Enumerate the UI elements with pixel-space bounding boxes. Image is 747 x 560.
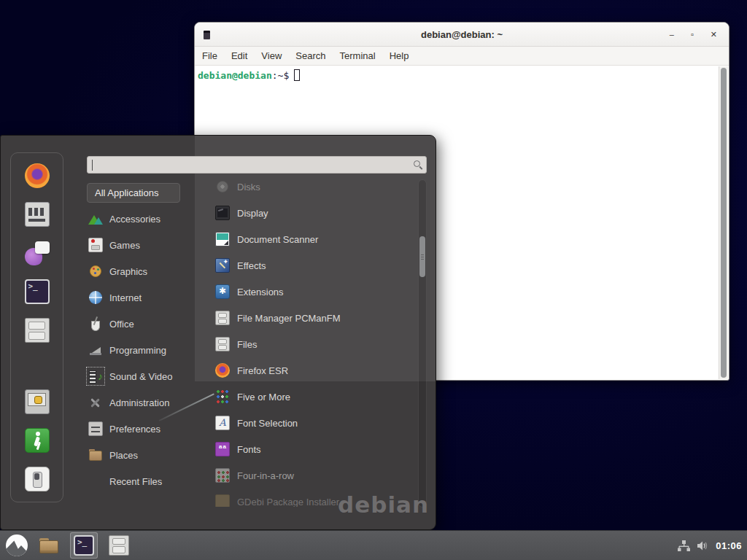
application-label: Files [237, 339, 257, 350]
terminal-menubar: File Edit View Search Terminal Help [195, 47, 729, 66]
terminal-app-icon [25, 279, 50, 304]
pidgin-icon [25, 241, 50, 265]
category-item[interactable]: Games [88, 232, 198, 258]
application-item[interactable]: File Manager PCManFM [196, 305, 415, 331]
taskbar-launchers [35, 532, 133, 559]
application-item[interactable]: Font Selection [196, 410, 415, 436]
session-shutdown[interactable] [24, 466, 50, 492]
preferences-icon [88, 421, 103, 436]
application-item[interactable]: Document Scanner [196, 226, 415, 252]
category-item[interactable]: Sound & Video [88, 363, 198, 389]
close-button[interactable]: ✕ [711, 31, 717, 39]
application-label: GDebi Package Installer [237, 497, 339, 508]
volume-icon[interactable] [697, 540, 709, 551]
menu-search-box [87, 156, 427, 174]
terminal-window-title: debian@debian: ~ [195, 29, 729, 40]
maximize-button[interactable]: ▫ [691, 31, 694, 39]
search-input[interactable] [88, 157, 426, 173]
favorite-launchers [24, 163, 50, 343]
firefox-icon [215, 363, 230, 378]
category-item[interactable]: Programming [88, 337, 198, 363]
application-item[interactable]: Extensions [196, 279, 415, 305]
terminal-app-icon [74, 535, 94, 556]
text-caret [92, 160, 93, 171]
application-list: Disks Display Document Scanner Effects E… [196, 174, 415, 507]
file-cabinet-icon [25, 318, 50, 343]
application-item[interactable]: Files [196, 331, 415, 357]
category-label: Places [109, 450, 138, 461]
category-label: Recent Files [109, 476, 162, 487]
terminal-scrollbar-thumb[interactable] [721, 68, 727, 378]
application-item[interactable]: Five or More [196, 384, 415, 410]
application-item[interactable]: Fonts [196, 436, 415, 462]
terminal-titlebar[interactable]: debian@debian: ~ – ▫ ✕ [195, 23, 729, 47]
session-lock-screen[interactable] [24, 389, 50, 415]
favorite-terminal[interactable] [24, 279, 50, 305]
graphics-icon [88, 264, 103, 279]
places-icon [88, 448, 103, 462]
terminal-cursor [294, 69, 300, 81]
minimize-button[interactable]: – [670, 31, 674, 39]
launcher-file-manager[interactable] [105, 532, 133, 559]
search-icon [414, 160, 420, 167]
font-selection-icon [215, 416, 230, 430]
logout-icon [25, 428, 50, 453]
all-applications-button[interactable]: All Applications [87, 183, 180, 203]
application-item[interactable]: Effects [196, 252, 415, 279]
category-label: Preferences [109, 424, 160, 435]
taskbar: 01:06 [0, 530, 747, 560]
launcher-terminal[interactable] [70, 532, 98, 559]
category-label: Administration [109, 397, 169, 408]
menubar-item[interactable]: Edit [231, 50, 247, 61]
category-item[interactable]: Internet [88, 284, 198, 311]
favorite-pidgin[interactable] [24, 240, 50, 266]
clock[interactable]: 01:06 [716, 540, 742, 551]
favorite-software[interactable] [24, 201, 50, 228]
category-item[interactable]: Recent Files [88, 468, 198, 494]
administration-icon [88, 395, 103, 410]
application-label: File Manager PCManFM [237, 313, 341, 324]
application-label: Font Selection [237, 418, 298, 429]
menubar-item[interactable]: Terminal [340, 50, 376, 61]
launcher-files[interactable] [35, 532, 63, 559]
four-in-a-row-icon [215, 468, 230, 483]
menubar-item[interactable]: View [261, 50, 282, 61]
application-item[interactable]: Disks [196, 174, 415, 200]
category-label: Programming [109, 345, 166, 356]
menubar-item[interactable]: Search [295, 50, 325, 61]
menubar-item[interactable]: File [202, 50, 217, 61]
category-item[interactable]: Preferences [88, 416, 198, 442]
software-icon [25, 202, 50, 227]
category-item[interactable]: Administration [88, 389, 198, 416]
category-item[interactable]: Office [88, 311, 198, 337]
session-logout[interactable] [24, 427, 50, 454]
application-item[interactable]: Firefox ESR [196, 357, 415, 384]
category-label: Accessories [109, 214, 160, 225]
extensions-icon [215, 284, 230, 299]
menu-start-button[interactable] [6, 534, 28, 556]
menubar-item[interactable]: Help [390, 50, 409, 61]
scrollbar-thumb[interactable] [419, 236, 425, 277]
shutdown-icon [25, 467, 50, 491]
five-or-more-icon [215, 389, 230, 404]
desktop: { "terminal_window": { "title": "debian@… [0, 0, 747, 560]
category-label: Games [109, 240, 140, 251]
category-item[interactable]: Places [88, 442, 198, 468]
category-item[interactable]: Accessories [88, 206, 198, 232]
network-icon[interactable] [678, 540, 690, 551]
sound-video-icon [88, 369, 103, 384]
window-controls: – ▫ ✕ [670, 23, 717, 47]
category-label: Office [109, 319, 134, 330]
session-buttons [24, 389, 50, 492]
favorite-file-manager[interactable] [24, 317, 50, 343]
application-item[interactable]: Four-in-a-row [196, 462, 415, 489]
application-item[interactable]: Display [196, 200, 415, 226]
category-label: Sound & Video [109, 371, 173, 382]
office-icon [88, 316, 103, 331]
category-item[interactable]: Graphics [88, 258, 198, 284]
favorite-firefox[interactable] [24, 163, 50, 189]
prompt-user: debian@debian [198, 70, 272, 81]
category-list: Accessories Games Graphics Internet Offi… [88, 206, 198, 494]
debian-watermark: debian [338, 491, 429, 518]
programming-icon [88, 343, 103, 357]
